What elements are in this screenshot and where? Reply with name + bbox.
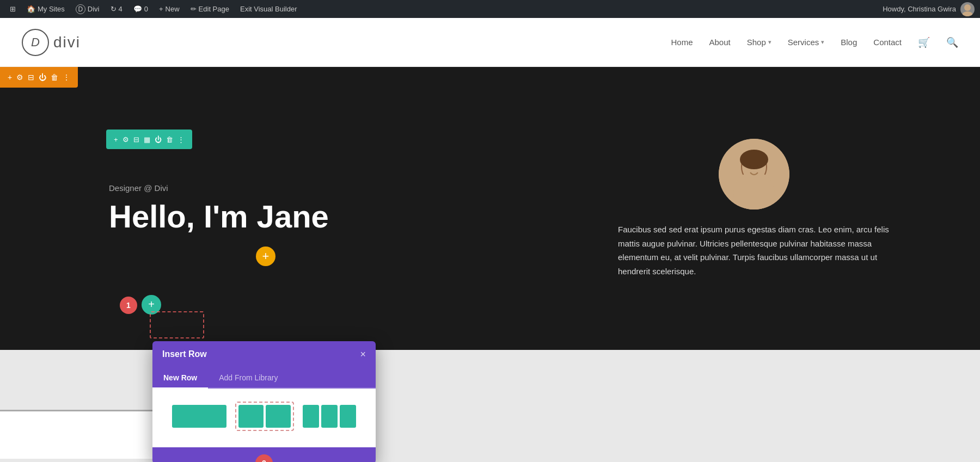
avatar[interactable] xyxy=(960,2,975,16)
light-section xyxy=(0,350,980,459)
edit-page-label: Edit Page xyxy=(199,5,229,13)
insert-row-target xyxy=(150,311,204,338)
nav-shop-label: Shop xyxy=(747,38,766,47)
section-duplicate-icon[interactable]: ⊟ xyxy=(28,73,34,82)
logo-circle: D xyxy=(22,29,49,56)
search-icon[interactable]: 🔍 xyxy=(946,36,958,48)
add-section-button[interactable]: + xyxy=(256,247,275,266)
updates-count: 4 xyxy=(119,5,122,13)
section-add-icon[interactable]: + xyxy=(8,73,12,82)
row-layout-2col[interactable] xyxy=(235,402,294,431)
svg-point-8 xyxy=(757,164,762,168)
pencil-icon: ✏ xyxy=(191,5,197,13)
nav-services-label: Services xyxy=(788,38,819,47)
dialog-tabs: New Row Add From Library xyxy=(152,368,376,389)
nav-blog[interactable]: Blog xyxy=(841,38,857,47)
col-block xyxy=(266,405,291,428)
row-delete-icon[interactable]: 🗑 xyxy=(166,135,173,144)
page-content: + ⚙ ⊟ ⏻ 🗑 ⋮ + ⚙ ⊟ ▦ ⏻ 🗑 ⋮ Designer @ Div… xyxy=(0,67,980,462)
divi-menu[interactable]: D Divi xyxy=(71,0,104,18)
new-label: New xyxy=(166,5,180,13)
tab-add-from-library[interactable]: Add From Library xyxy=(208,368,289,387)
wp-icon: ⊞ xyxy=(10,5,16,13)
step-badge-2: 2 xyxy=(255,454,273,462)
nav-home-label: Home xyxy=(671,38,693,47)
row-settings-icon[interactable]: ⚙ xyxy=(122,135,129,144)
svg-point-5 xyxy=(740,150,768,169)
insert-row-dialog: Insert Row × New Row Add From Library xyxy=(152,341,376,462)
dialog-header: Insert Row × xyxy=(152,341,376,368)
svg-point-1 xyxy=(962,11,973,16)
insert-row-overlay: 1 + Insert Row × New Row Add From Librar… xyxy=(152,325,376,462)
col-block xyxy=(172,405,226,428)
col-block xyxy=(340,405,356,428)
exit-visual-builder-button[interactable]: Exit Visual Builder xyxy=(236,0,302,18)
nav-shop[interactable]: Shop ▾ xyxy=(747,38,771,47)
nav-services[interactable]: Services ▾ xyxy=(788,38,825,47)
col-block xyxy=(238,405,264,428)
row-duplicate-icon[interactable]: ⊟ xyxy=(133,135,139,144)
nav-contact-label: Contact xyxy=(873,38,902,47)
my-sites-menu[interactable]: 🏠 My Sites xyxy=(22,0,69,18)
row-layout-3col[interactable] xyxy=(303,402,356,431)
nav-home[interactable]: Home xyxy=(671,38,693,47)
tab-new-row[interactable]: New Row xyxy=(152,368,208,389)
logo-text: divi xyxy=(53,34,81,51)
hero-body-text: Faucibus sed sed erat ipsum purus egesta… xyxy=(618,223,890,278)
svg-point-7 xyxy=(746,164,751,168)
row-layout-1col[interactable] xyxy=(172,402,226,431)
row-layout-icon[interactable]: ▦ xyxy=(144,135,150,144)
nav-about-label: About xyxy=(709,38,730,47)
house-icon: 🏠 xyxy=(27,5,35,13)
divi-icon: D xyxy=(76,4,85,14)
dialog-title: Insert Row xyxy=(162,349,207,359)
section-disable-icon[interactable]: ⏻ xyxy=(39,73,46,82)
col-block xyxy=(321,405,338,428)
experience-section: Exp ience xyxy=(0,459,980,462)
section-settings-icon[interactable]: ⚙ xyxy=(16,73,23,82)
row-toolbar: + ⚙ ⊟ ▦ ⏻ 🗑 ⋮ xyxy=(106,130,192,149)
step-badge-1: 1 xyxy=(120,297,137,314)
site-logo[interactable]: D divi xyxy=(22,29,81,56)
dialog-body xyxy=(152,389,376,447)
logo-letter: D xyxy=(31,35,40,50)
svg-point-0 xyxy=(964,4,971,11)
hero-subtitle: Designer @ Divi xyxy=(109,183,495,193)
comments-count: 0 xyxy=(144,5,148,13)
row-add-icon[interactable]: + xyxy=(114,135,118,144)
section-delete-icon[interactable]: 🗑 xyxy=(51,73,58,82)
admin-bar-right: Howdy, Christina Gwira xyxy=(883,2,975,16)
site-nav: Home About Shop ▾ Services ▾ Blog Contac… xyxy=(671,36,958,48)
comments-menu[interactable]: 💬 0 xyxy=(129,0,152,18)
nav-about[interactable]: About xyxy=(709,38,730,47)
divi-label: Divi xyxy=(88,5,100,13)
hero-right: Faucibus sed sed erat ipsum purus egesta… xyxy=(528,117,980,300)
row-more-icon[interactable]: ⋮ xyxy=(177,135,185,144)
my-sites-label: My Sites xyxy=(38,5,65,13)
profile-avatar xyxy=(719,139,789,210)
howdy-label: Howdy, Christina Gwira xyxy=(883,5,956,13)
section-more-icon[interactable]: ⋮ xyxy=(63,73,70,82)
section-toolbar: + ⚙ ⊟ ⏻ 🗑 ⋮ xyxy=(0,67,78,88)
edit-page-button[interactable]: ✏ Edit Page xyxy=(186,0,234,18)
refresh-icon: ↻ xyxy=(111,5,117,13)
nav-contact[interactable]: Contact xyxy=(873,38,902,47)
comment-icon: 💬 xyxy=(133,5,142,13)
updates-menu[interactable]: ↻ 4 xyxy=(106,0,127,18)
exit-vb-label: Exit Visual Builder xyxy=(240,5,297,13)
new-menu[interactable]: + New xyxy=(155,0,184,18)
wp-logo[interactable]: ⊞ xyxy=(5,0,20,18)
hero-left: Designer @ Divi Hello, I'm Jane 1 + Inse… xyxy=(0,162,528,256)
dialog-close-button[interactable]: × xyxy=(360,349,366,360)
chevron-down-icon: ▾ xyxy=(821,39,824,46)
hero-title: Hello, I'm Jane xyxy=(109,199,495,234)
badge-2-label: 2 xyxy=(262,459,266,462)
cart-icon[interactable]: 🛒 xyxy=(918,36,930,48)
site-header: D divi Home About Shop ▾ Services ▾ Blog… xyxy=(0,18,980,67)
col-block xyxy=(303,405,319,428)
badge-1-label: 1 xyxy=(126,301,131,310)
row-disable-icon[interactable]: ⏻ xyxy=(155,135,162,144)
plus-icon: + xyxy=(159,5,163,13)
chevron-down-icon: ▾ xyxy=(768,39,771,46)
avatar-svg xyxy=(719,139,789,210)
